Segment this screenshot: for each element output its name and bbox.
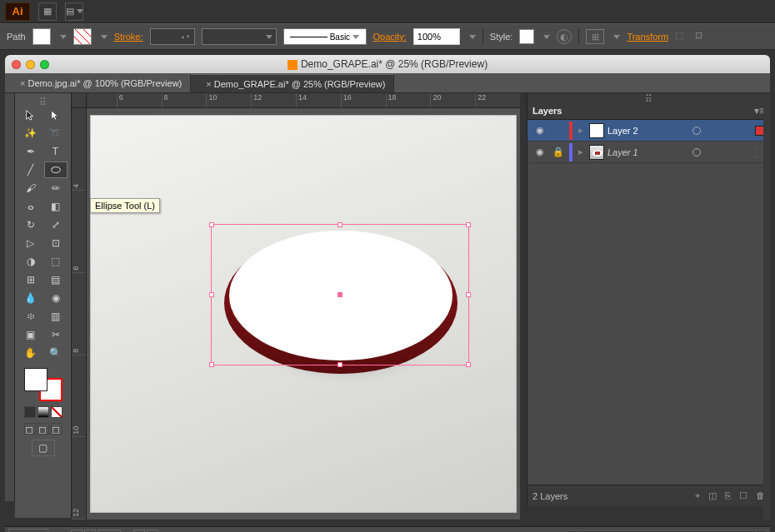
lasso-tool[interactable]: ➰ bbox=[44, 125, 68, 142]
new-layer-icon[interactable]: ☐ bbox=[739, 490, 748, 501]
arrange-docs-icon[interactable]: ▤ bbox=[65, 2, 83, 21]
selection-handle[interactable] bbox=[209, 292, 214, 297]
eyedropper-tool[interactable]: 💧 bbox=[19, 290, 42, 306]
app-logo[interactable]: Ai bbox=[5, 2, 30, 21]
stroke-weight-input[interactable]: ▲▼ bbox=[150, 28, 195, 45]
eraser-tool[interactable]: ◧ bbox=[44, 198, 68, 215]
opacity-link[interactable]: Opacity: bbox=[373, 32, 407, 42]
minimize-window-button[interactable] bbox=[26, 60, 35, 69]
stroke-link[interactable]: Stroke: bbox=[114, 32, 143, 42]
shape-builder-tool[interactable]: ◑ bbox=[19, 253, 42, 270]
mesh-tool[interactable]: ⊞ bbox=[19, 271, 42, 288]
draw-inside-icon[interactable]: ◻ bbox=[51, 423, 62, 435]
perspective-grid-tool[interactable]: ⬚ bbox=[44, 253, 68, 270]
ruler-origin[interactable] bbox=[72, 93, 87, 108]
opacity-input[interactable]: 100% bbox=[413, 28, 460, 45]
selection-handle[interactable] bbox=[466, 222, 471, 227]
layer-name[interactable]: Layer 1 bbox=[608, 147, 638, 157]
paintbrush-tool[interactable]: 🖌 bbox=[19, 180, 42, 196]
vertical-ruler[interactable]: 4681012 bbox=[72, 108, 87, 520]
brush-definition[interactable]: Basic bbox=[283, 28, 367, 45]
recolor-artwork-icon[interactable]: ◐ bbox=[557, 29, 572, 44]
bridge-icon[interactable]: ▦ bbox=[38, 2, 57, 21]
layer-name[interactable]: Layer 2 bbox=[608, 126, 638, 136]
draw-normal-icon[interactable]: ◻ bbox=[24, 423, 36, 435]
stroke-swatch[interactable] bbox=[73, 28, 92, 45]
zoom-level-input[interactable]: 25% bbox=[8, 529, 48, 533]
ellipse-tool[interactable] bbox=[44, 162, 68, 178]
none-mode-icon[interactable] bbox=[51, 406, 62, 418]
blend-tool[interactable]: ◉ bbox=[44, 290, 68, 306]
selection-handle[interactable] bbox=[338, 362, 342, 367]
first-artboard-button[interactable]: ⏮ bbox=[71, 530, 82, 533]
type-tool[interactable]: T bbox=[44, 143, 68, 160]
draw-behind-icon[interactable]: ◻ bbox=[38, 423, 49, 435]
gradient-tool[interactable]: ▤ bbox=[44, 271, 68, 288]
selection-bounding-box[interactable] bbox=[211, 224, 469, 365]
transform-link[interactable]: Transform bbox=[627, 32, 668, 42]
disclosure-triangle-icon[interactable]: ▸ bbox=[576, 125, 586, 136]
target-icon[interactable] bbox=[692, 127, 701, 135]
style-dropdown-icon[interactable] bbox=[543, 35, 550, 39]
selection-handle[interactable] bbox=[338, 222, 342, 227]
gradient-mode-icon[interactable] bbox=[38, 406, 49, 418]
blob-brush-tool[interactable]: ⴰ bbox=[19, 198, 42, 215]
align-icon[interactable]: ⊞ bbox=[586, 29, 604, 44]
width-tool[interactable]: ▷ bbox=[19, 235, 42, 251]
tools-grip-icon[interactable]: ⠿ bbox=[15, 97, 71, 105]
artboard-tool[interactable]: ▣ bbox=[19, 326, 42, 343]
disclosure-triangle-icon[interactable]: ▸ bbox=[576, 147, 586, 157]
layer-row[interactable]: ◉ ▸ Layer 2 bbox=[528, 120, 770, 142]
fill-stroke-swatches[interactable] bbox=[24, 368, 62, 401]
document-tab[interactable]: × Demo_GRAPE.ai* @ 25% (RGB/Preview) bbox=[191, 74, 394, 92]
transform-panel-icon[interactable]: ⊡ bbox=[695, 30, 708, 43]
rotate-tool[interactable]: ↻ bbox=[19, 216, 42, 233]
close-tab-icon[interactable]: × bbox=[20, 78, 25, 88]
visibility-toggle-icon[interactable]: ◉ bbox=[532, 147, 548, 157]
fill-swatch[interactable] bbox=[32, 28, 51, 45]
locate-object-icon[interactable]: ⌖ bbox=[695, 490, 700, 501]
layer-row[interactable]: ◉ 🔒 ▸ Layer 1 bbox=[528, 142, 770, 163]
line-segment-tool[interactable]: ╱ bbox=[19, 162, 42, 178]
free-transform-tool[interactable]: ⊡ bbox=[44, 235, 68, 251]
horizontal-ruler[interactable]: 46810121416182022 bbox=[72, 93, 520, 108]
color-mode-icon[interactable] bbox=[24, 406, 36, 418]
magic-wand-tool[interactable]: ✨ bbox=[19, 125, 42, 142]
stroke-dropdown-icon[interactable] bbox=[101, 35, 108, 39]
direct-selection-tool[interactable] bbox=[44, 107, 68, 123]
fill-color-swatch[interactable] bbox=[24, 368, 48, 391]
selection-handle[interactable] bbox=[466, 292, 471, 297]
isolate-icon[interactable]: ⬚ bbox=[675, 30, 688, 43]
visibility-toggle-icon[interactable]: ◉ bbox=[532, 125, 548, 136]
variable-width-profile[interactable] bbox=[202, 28, 277, 45]
panel-grip-icon[interactable]: ⠿ bbox=[528, 93, 770, 102]
target-icon[interactable] bbox=[692, 148, 701, 157]
layers-panel-tab[interactable]: Layers bbox=[532, 106, 562, 116]
create-sublayer-icon[interactable]: ⎘ bbox=[725, 490, 731, 501]
zoom-tool[interactable]: 🔍 bbox=[44, 345, 68, 361]
opacity-dropdown-icon[interactable] bbox=[469, 35, 476, 39]
right-dock-strip[interactable] bbox=[763, 108, 770, 520]
next-artboard-button[interactable]: ▶ bbox=[133, 530, 145, 533]
close-window-button[interactable] bbox=[12, 60, 21, 69]
pen-tool[interactable]: ✒ bbox=[19, 143, 42, 160]
screen-mode-icon[interactable]: ▢ bbox=[32, 440, 55, 456]
hand-tool[interactable]: ✋ bbox=[19, 345, 42, 361]
artboard-number-input[interactable]: 1 bbox=[98, 530, 121, 533]
prev-artboard-button[interactable]: ◀ bbox=[84, 530, 96, 533]
graphic-style-swatch[interactable] bbox=[519, 29, 534, 44]
selection-tool[interactable] bbox=[19, 107, 42, 123]
lock-toggle-icon[interactable]: 🔒 bbox=[551, 147, 566, 157]
tools-collapse-strip[interactable] bbox=[5, 93, 15, 501]
make-clipping-mask-icon[interactable]: ◫ bbox=[708, 490, 717, 501]
fill-dropdown-icon[interactable] bbox=[60, 35, 67, 39]
scale-tool[interactable]: ⤢ bbox=[44, 216, 68, 233]
symbol-sprayer-tool[interactable]: ፨ bbox=[19, 308, 42, 325]
selection-handle[interactable] bbox=[209, 222, 214, 227]
slice-tool[interactable]: ✂ bbox=[44, 326, 68, 343]
zoom-window-button[interactable] bbox=[40, 60, 49, 69]
pencil-tool[interactable]: ✏ bbox=[44, 180, 68, 196]
last-artboard-button[interactable]: ⏭ bbox=[147, 530, 158, 533]
close-tab-icon[interactable]: × bbox=[206, 79, 211, 89]
canvas[interactable]: Ellipse Tool (L) bbox=[87, 108, 520, 520]
